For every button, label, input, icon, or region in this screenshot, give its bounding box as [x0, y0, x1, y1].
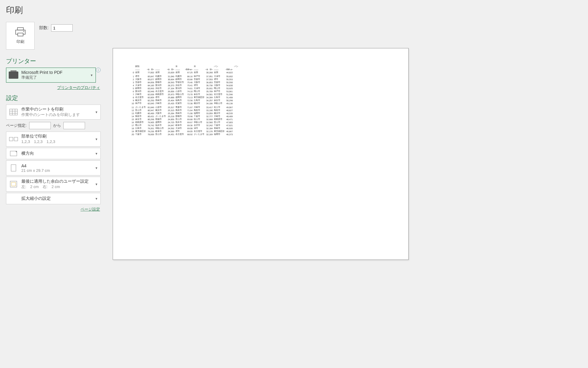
table-row: 9横浜市82,250長崎市25,464福島市72.58広島市34,257奈良市5… — [131, 99, 240, 102]
table-row: 10神戸市82,045川崎市25,435佐賀市72.38横浜市34,106和歌山… — [131, 102, 240, 105]
table-row: 11さいたま市81,846山形市25,317青森市71.67川崎市33,417松… — [131, 106, 240, 109]
print-button[interactable]: 印刷 — [6, 22, 35, 50]
printer-section-heading: プリンター — [6, 57, 101, 65]
printer-device-icon — [9, 71, 18, 79]
svg-rect-15 — [11, 182, 16, 186]
printer-selector[interactable]: Microsoft Print to PDF 準備完了 ▼ — [6, 68, 96, 83]
settings-section-heading: 設定 — [6, 94, 101, 102]
svg-rect-4 — [10, 109, 17, 115]
collate-main: 部単位で印刷 — [21, 134, 98, 139]
table-row: 17岡山市79,742福井市24,647岐阜市69.36金沢市32,242千葉市… — [131, 124, 240, 127]
print-what-sub: 作業中のシートのみを印刷します — [21, 112, 98, 117]
chevron-down-icon: ▼ — [95, 166, 98, 170]
table-row: 18広島市79,261和歌山市24,592大津市69.08津市32,184長崎市… — [131, 127, 240, 130]
chevron-down-icon: ▼ — [90, 74, 93, 77]
margins-icon — [9, 181, 18, 187]
chevron-down-icon: ▼ — [95, 138, 98, 141]
table-row: 2大阪市85,077静岡市30,664静岡市83.86京都市37,553堺市55… — [131, 78, 240, 81]
svg-marker-12 — [15, 151, 17, 153]
svg-rect-14 — [10, 181, 17, 187]
copies-label: 部数: — [39, 25, 49, 31]
svg-rect-0 — [17, 28, 23, 30]
chevron-down-icon: ▼ — [95, 152, 98, 155]
paper-icon — [9, 164, 18, 172]
print-what-selector[interactable]: 作業中のシートを印刷 作業中のシートのみを印刷します ▼ — [6, 105, 101, 120]
chevron-down-icon: ▼ — [95, 183, 98, 186]
chevron-down-icon: ▼ — [95, 111, 98, 114]
svg-rect-11 — [10, 151, 17, 156]
table-row: 4大津市84,185新潟市28,373浜松市75.41堺市36,736大阪市54… — [131, 84, 240, 87]
table-row: 6新潟市83,948名古屋市26,006山形市74.10岡山市35,709神戸市… — [131, 90, 240, 93]
page-title: 印刷 — [6, 5, 101, 16]
collate-icon — [9, 136, 18, 142]
svg-rect-10 — [14, 137, 18, 141]
collate-sub: 1,2,3 1,2,3 1,2,3 — [21, 139, 98, 144]
printer-icon — [15, 27, 26, 37]
page-setup-link[interactable]: ページ設定 — [7, 207, 100, 212]
orientation-selector[interactable]: 横方向 ▼ — [6, 148, 101, 159]
collate-selector[interactable]: 部単位で印刷 1,2,3 1,2,3 1,2,3 ▼ — [6, 132, 101, 147]
preview-data-table: 穀類米米パンパン----------<金 額>-----------<金 額>-… — [131, 65, 240, 136]
svg-point-3 — [23, 31, 24, 32]
page-from-input[interactable] — [29, 122, 51, 129]
page-range-to: から — [53, 123, 61, 128]
orientation-icon — [9, 151, 18, 156]
scaling-main: 拡大縮小の設定 — [21, 196, 98, 201]
table-row: 3京都市84,858那覇市28,593宇都宮市75.46大阪市36,853京都市… — [131, 81, 240, 84]
margins-sub: 左: 2 cm 右: 2 cm — [21, 184, 98, 190]
margins-selector[interactable]: 最後に適用した余白のユーザー設定 左: 2 cm 右: 2 cm ▼ — [6, 177, 101, 192]
print-button-label: 印刷 — [17, 39, 24, 44]
scaling-selector[interactable]: 拡大縮小の設定 ▼ — [6, 193, 101, 204]
table-row: 20千葉市78,606富山市24,451名古屋市68.92さいたま市32,169… — [131, 133, 240, 136]
page-to-input[interactable] — [63, 122, 85, 129]
chevron-down-icon: ▼ — [95, 197, 98, 200]
print-settings-panel: 印刷 印刷 部数: プリンター i Microsoft Print to PDF… — [0, 0, 107, 368]
copies-input[interactable] — [51, 24, 73, 32]
margins-main: 最後に適用した余白のユーザー設定 — [21, 179, 98, 184]
table-row: 0全国77,002全国23,839全国67.25全国30,268全国44,822 — [131, 71, 240, 74]
table-row: 1堺市85,847札幌市31,046札幌市86.16神戸市37,951大津市55… — [131, 75, 240, 78]
paper-selector[interactable]: A4 21 cm x 29.7 cm ▼ — [6, 160, 101, 175]
table-row: 12富山市80,947横浜市25,315鳥取市71.64鳥取市33,190鳥取市… — [131, 109, 240, 112]
printer-name: Microsoft Print to PDF — [21, 70, 93, 75]
paper-sub: 21 cm x 29.7 cm — [21, 168, 98, 173]
table-row: 16相模原市79,905盛岡市24,725熊本市69.67和歌山市32,560富… — [131, 121, 240, 124]
table-row: 14鳥取市80,431さいたま市25,218那覇市70.98千葉市32,777川… — [131, 115, 240, 118]
info-icon[interactable]: i — [96, 68, 101, 72]
preview-page: 穀類米米パンパン----------<金 額>-----------<金 額>-… — [113, 48, 409, 260]
print-what-main: 作業中のシートを印刷 — [21, 107, 98, 112]
table-row: 13札幌市80,489大阪市25,284長崎市71.08福岡市33,059横浜市… — [131, 112, 240, 115]
table-row: 5静岡市83,993浜松市27,164新潟市74.61大津市35,931岡山市5… — [131, 87, 240, 90]
svg-rect-13 — [11, 165, 16, 171]
table-row: 15奈良市80,298前橋市24,856富山市69.88松山市32,668相模原… — [131, 118, 240, 121]
table-row: 19東京都区部79,236岐阜市24,589堺市69.05名古屋市32,176東… — [131, 130, 240, 133]
table-row: 7川崎市82,838相模原市25,973和歌山市73.70奈良市34,501名古… — [131, 93, 240, 96]
paper-main: A4 — [21, 163, 98, 168]
svg-rect-9 — [9, 137, 13, 141]
sheet-icon — [9, 109, 18, 115]
print-preview-panel: 穀類米米パンパン----------<金 額>-----------<金 額>-… — [107, 0, 588, 368]
table-row: 8名古屋市82,809堺市25,888盛岡市73.13東京都区部34,399広島… — [131, 96, 240, 99]
page-range-label: ページ指定: — [6, 123, 27, 128]
svg-rect-2 — [18, 33, 23, 36]
orientation-main: 横方向 — [21, 151, 98, 156]
printer-properties-link[interactable]: プリンターのプロパティ — [7, 85, 100, 90]
printer-status: 準備完了 — [21, 75, 93, 80]
